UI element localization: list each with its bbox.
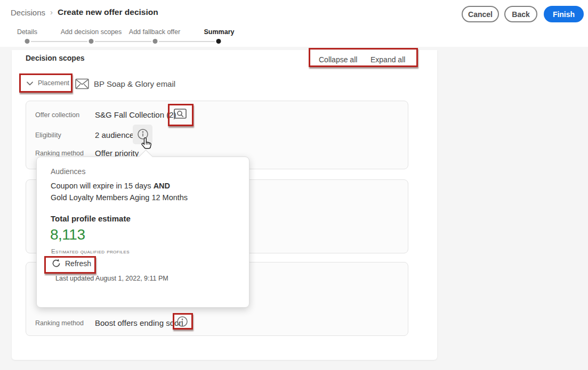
step-connector bbox=[95, 41, 151, 42]
step-label-add-fallback-offer: Add fallback offer bbox=[129, 28, 180, 36]
step-label-add-decision-scopes: Add decision scopes bbox=[61, 28, 122, 36]
profile-estimate-caption: Estimated qualified profiles bbox=[51, 248, 130, 254]
audiences-popover: Audiences Coupon will expire in 15 days … bbox=[36, 157, 249, 308]
breadcrumb-decisions-link[interactable]: Decisions bbox=[11, 8, 45, 17]
eligibility-info-icon[interactable] bbox=[137, 128, 149, 142]
step-dot-add-fallback-offer bbox=[153, 39, 158, 44]
collapse-all-button[interactable]: Collapse all bbox=[319, 55, 357, 64]
page-title: Create new offer decision bbox=[58, 7, 158, 17]
step-connector bbox=[159, 41, 215, 42]
create-offer-decision-page: Decisions › Create new offer decision Ca… bbox=[0, 0, 588, 370]
breadcrumb-chevron-icon: › bbox=[50, 7, 53, 17]
fallback-ranking-method-label: Ranking method bbox=[35, 319, 84, 327]
refresh-icon bbox=[52, 259, 61, 268]
refresh-button[interactable]: Refresh bbox=[52, 259, 91, 268]
last-updated-text: Last updated August 1, 2022, 9:11 PM bbox=[55, 275, 168, 282]
step-dot-details bbox=[25, 39, 30, 44]
scope-placement-name: BP Soap & Glory email bbox=[94, 79, 175, 88]
email-envelope-icon bbox=[75, 78, 89, 92]
ranking-method-label: Ranking method bbox=[35, 150, 84, 157]
ranking-method-info-icon[interactable] bbox=[176, 316, 188, 329]
step-label-details: Details bbox=[17, 28, 37, 36]
offer-collection-label: Offer collection bbox=[35, 111, 79, 119]
profile-estimate-value: 8,113 bbox=[50, 226, 85, 243]
finish-button[interactable]: Finish bbox=[544, 6, 584, 22]
fallback-ranking-method-value: Boost offers ending soon bbox=[95, 318, 183, 327]
eligibility-value: 2 audiences bbox=[95, 130, 138, 139]
chevron-down-icon bbox=[27, 78, 33, 88]
step-dot-summary bbox=[216, 39, 221, 44]
eligibility-label: Eligibility bbox=[35, 131, 61, 139]
popover-title: Audiences bbox=[51, 167, 85, 176]
audience-1-name: Coupon will expire in 15 days bbox=[51, 182, 151, 190]
placement-collapse-toggle[interactable]: Placement bbox=[27, 78, 69, 88]
audience-line-1: Coupon will expire in 15 days AND bbox=[51, 182, 170, 190]
step-dot-add-decision-scopes bbox=[89, 39, 94, 44]
cancel-button[interactable]: Cancel bbox=[462, 6, 499, 22]
step-connector bbox=[31, 41, 87, 42]
section-title: Decision scopes bbox=[26, 54, 85, 62]
back-button[interactable]: Back bbox=[504, 6, 537, 22]
audience-operator: AND bbox=[154, 182, 170, 190]
placement-toggle-label: Placement bbox=[38, 79, 69, 87]
refresh-label: Refresh bbox=[65, 259, 91, 268]
audience-line-2: Gold Loyalty Members Aging 12 Months bbox=[51, 193, 188, 202]
breadcrumb: Decisions › Create new offer decision bbox=[11, 7, 158, 17]
expand-all-button[interactable]: Expand all bbox=[370, 55, 405, 64]
profile-estimate-heading: Total profile estimate bbox=[51, 214, 131, 223]
step-label-summary: Summary bbox=[204, 28, 235, 36]
preview-offers-icon[interactable] bbox=[174, 109, 187, 121]
offer-collection-value: S&G Fall Collection (2) bbox=[95, 110, 176, 119]
